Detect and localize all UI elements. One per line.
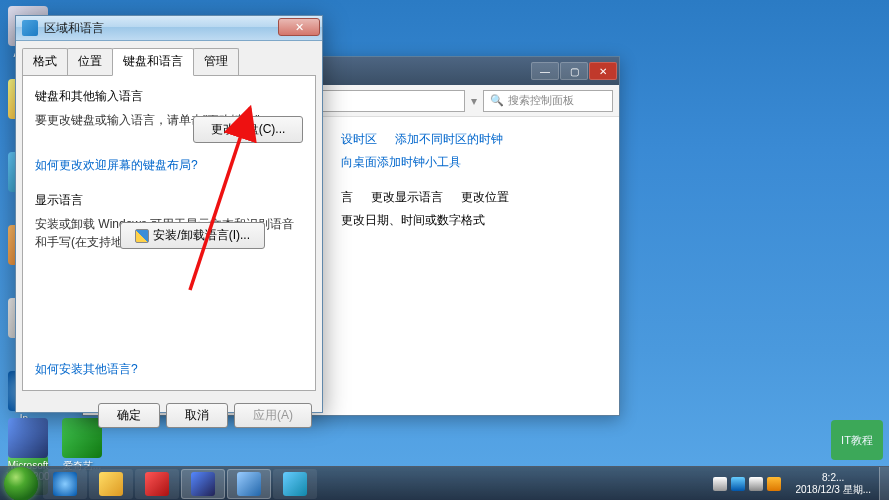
rl-tabs: 格式 位置 键盘和语言 管理	[16, 41, 322, 75]
cp-close-button[interactable]: ✕	[589, 62, 617, 80]
tab-administrative[interactable]: 管理	[193, 48, 239, 76]
lang-section-title: 显示语言	[35, 192, 303, 209]
ie-icon	[53, 472, 77, 496]
tray-volume-icon[interactable]	[749, 477, 763, 491]
cp-search-input[interactable]: 🔍 搜索控制面板	[483, 90, 613, 112]
taskbar-ie-button[interactable]	[43, 469, 87, 499]
tray-shield-icon[interactable]	[767, 477, 781, 491]
rl-footer: 确定 取消 应用(A)	[16, 397, 322, 436]
taskbar-app1-button[interactable]	[135, 469, 179, 499]
install-lang-help-link[interactable]: 如何安装其他语言?	[35, 362, 138, 376]
app-icon	[283, 472, 307, 496]
taskbar-explorer-button[interactable]	[89, 469, 133, 499]
kb-layout-help-link[interactable]: 如何更改欢迎屏幕的键盘布局?	[35, 158, 198, 172]
globe-icon	[22, 20, 38, 36]
taskbar-app2-button[interactable]	[181, 469, 225, 499]
cp-link-timezone[interactable]: 设时区	[341, 131, 377, 148]
dialog-title: 区域和语言	[44, 20, 104, 37]
cp-link-display-lang[interactable]: 更改显示语言	[371, 189, 443, 206]
control-panel-icon	[237, 472, 261, 496]
tab-keyboards-languages[interactable]: 键盘和语言	[112, 48, 194, 76]
windows-orb-icon	[4, 467, 38, 501]
app-icon	[145, 472, 169, 496]
install-languages-button[interactable]: 安装/卸载语言(I)...	[120, 222, 265, 249]
change-keyboards-button[interactable]: 更改键盘(C)...	[193, 116, 303, 143]
system-tray: 8:2... 2018/12/3 星期...	[707, 467, 889, 500]
cp-link-desktop-clock[interactable]: 向桌面添加时钟小工具	[341, 154, 461, 171]
cp-link-lang[interactable]: 言	[341, 189, 353, 206]
apply-button[interactable]: 应用(A)	[234, 403, 312, 428]
taskbar-controlpanel-button[interactable]	[227, 469, 271, 499]
tab-formats[interactable]: 格式	[22, 48, 68, 76]
tray-flag-icon[interactable]	[713, 477, 727, 491]
rl-titlebar[interactable]: 区域和语言 ✕	[16, 16, 322, 41]
tab-location[interactable]: 位置	[67, 48, 113, 76]
start-button[interactable]	[0, 467, 42, 501]
cp-minimize-button[interactable]: —	[531, 62, 559, 80]
cp-link-date-format[interactable]: 更改日期、时间或数字格式	[341, 212, 485, 229]
taskbar: 8:2... 2018/12/3 星期...	[0, 466, 889, 500]
uac-shield-icon	[135, 229, 149, 243]
app-icon	[191, 472, 215, 496]
tray-network-icon[interactable]	[731, 477, 745, 491]
ok-button[interactable]: 确定	[98, 403, 160, 428]
rl-tab-content: 键盘和其他输入语言 要更改键盘或输入语言，请单击"更改键盘"。 更改键盘(C).…	[22, 75, 316, 391]
taskbar-app3-button[interactable]	[273, 469, 317, 499]
kb-section-title: 键盘和其他输入语言	[35, 88, 303, 105]
search-icon: 🔍	[490, 94, 504, 107]
tray-clock[interactable]: 8:2... 2018/12/3 星期...	[787, 472, 879, 496]
cp-maximize-button[interactable]: ▢	[560, 62, 588, 80]
watermark: IT教程	[831, 420, 883, 460]
dialog-close-button[interactable]: ✕	[278, 18, 320, 36]
region-language-dialog: 区域和语言 ✕ 格式 位置 键盘和语言 管理 键盘和其他输入语言 要更改键盘或输…	[15, 15, 323, 413]
folder-icon	[99, 472, 123, 496]
cp-link-add-clocks[interactable]: 添加不同时区的时钟	[395, 131, 503, 148]
show-desktop-button[interactable]	[879, 467, 889, 501]
cp-link-location[interactable]: 更改位置	[461, 189, 509, 206]
cancel-button[interactable]: 取消	[166, 403, 228, 428]
